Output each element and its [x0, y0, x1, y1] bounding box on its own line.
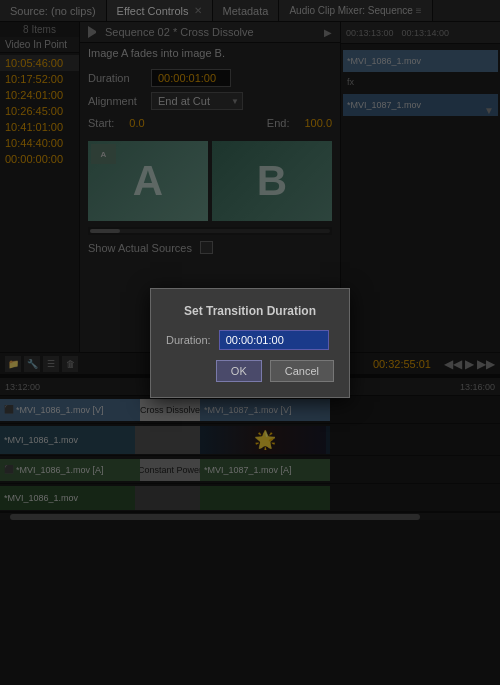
dialog-duration-label: Duration: [166, 334, 211, 346]
dialog-buttons: OK Cancel [166, 360, 334, 382]
dialog-ok-button[interactable]: OK [216, 360, 262, 382]
dialog-duration-input[interactable] [219, 330, 329, 350]
dialog-cancel-button[interactable]: Cancel [270, 360, 334, 382]
set-transition-duration-dialog: Set Transition Duration Duration: OK Can… [150, 288, 350, 398]
dialog-duration-row: Duration: [166, 330, 334, 350]
dialog-overlay: Set Transition Duration Duration: OK Can… [0, 0, 500, 685]
dialog-title: Set Transition Duration [166, 304, 334, 318]
